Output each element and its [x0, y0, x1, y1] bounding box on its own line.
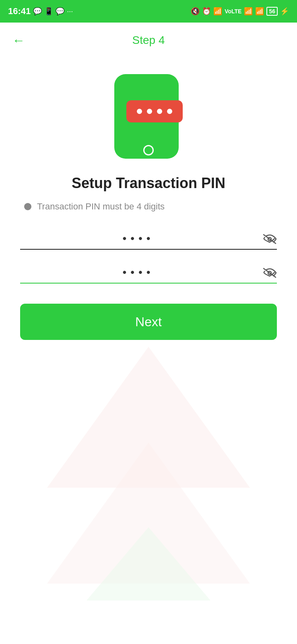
whatsapp2-icon: 💬	[56, 7, 64, 16]
pin-field-2-wrapper	[20, 266, 277, 284]
home-button	[143, 145, 154, 155]
volte-icon: VoLTE	[225, 8, 241, 14]
status-bar-right: 🔇 ⏰ 📶 VoLTE 📶 📶 56 ⚡	[191, 7, 289, 16]
more-icon: ···	[67, 7, 73, 16]
alarm-icon: ⏰	[202, 7, 211, 16]
page-title: Setup Transaction PIN	[20, 175, 277, 192]
hint-text: Transaction PIN must be 4 digits	[37, 201, 165, 212]
status-time: 16:41	[8, 6, 31, 17]
pin-dot-3	[157, 109, 162, 114]
svg-marker-3	[47, 443, 250, 584]
illustration-container	[0, 74, 297, 163]
signal-icon: 📶	[213, 7, 222, 16]
hint-bullet	[24, 203, 31, 210]
header: ← Step 4	[0, 23, 297, 58]
pin-dot-2	[147, 109, 152, 114]
pin-field-1[interactable]	[20, 232, 277, 245]
whatsapp-icon: 💬	[33, 7, 42, 16]
svg-marker-2	[47, 347, 250, 488]
toggle-visibility-2[interactable]	[262, 267, 277, 282]
back-button[interactable]: ←	[12, 33, 25, 48]
status-bar-left: 16:41 💬 📱 💬 ···	[8, 6, 73, 17]
signal2-icon: 📶	[244, 7, 253, 16]
toggle-visibility-1[interactable]	[262, 234, 277, 248]
wifi-icon: 📶	[255, 7, 264, 16]
charging-icon: ⚡	[280, 7, 289, 16]
pin-dot-1	[137, 109, 142, 114]
main-content: Setup Transaction PIN Transaction PIN mu…	[0, 175, 297, 340]
hint-row: Transaction PIN must be 4 digits	[20, 201, 277, 212]
svg-marker-4	[87, 527, 210, 601]
battery-indicator: 56	[266, 7, 278, 16]
status-bar: 16:41 💬 📱 💬 ··· 🔇 ⏰ 📶 VoLTE 📶 📶 56 ⚡	[0, 0, 297, 23]
pin-input-group-2	[20, 266, 277, 284]
mute-icon: 🔇	[191, 7, 200, 16]
pin-card	[126, 100, 183, 122]
next-button[interactable]: Next	[20, 304, 277, 340]
pin-input-group-1	[20, 232, 277, 250]
pin-dot-4	[167, 109, 172, 114]
pin-field-1-wrapper	[20, 232, 277, 250]
step-title: Step 4	[132, 34, 165, 47]
phone-icon: 📱	[44, 7, 53, 16]
watermark-logo	[28, 330, 269, 612]
phone-illustration	[114, 74, 183, 163]
pin-field-2[interactable]	[20, 266, 277, 279]
